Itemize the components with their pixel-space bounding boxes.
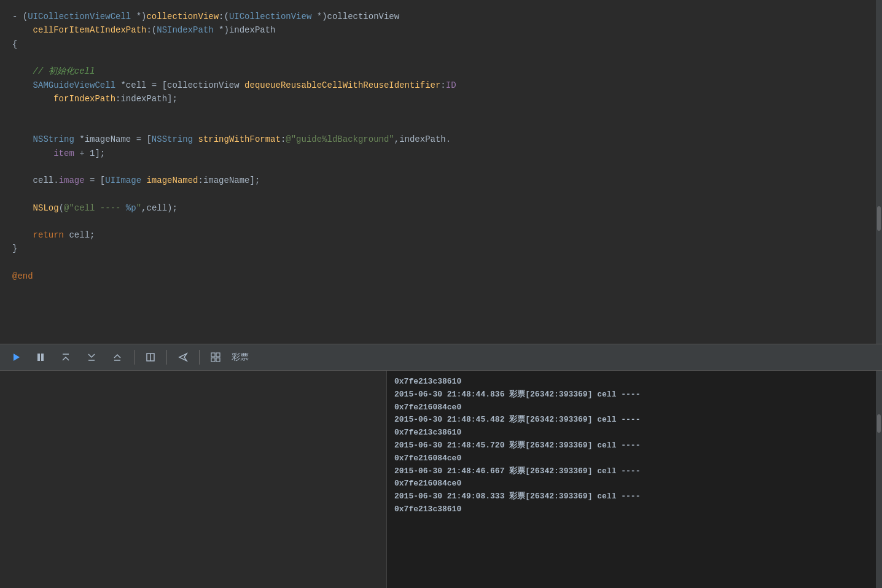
svg-rect-5 <box>211 353 215 357</box>
debug-toolbar: 彩票 <box>0 344 882 371</box>
svg-rect-6 <box>216 353 220 357</box>
toolbar-separator-1 <box>134 350 135 365</box>
svg-rect-7 <box>211 358 215 362</box>
code-line-18: } <box>12 242 870 255</box>
code-line-3: { <box>12 37 870 51</box>
code-line-16 <box>12 215 870 228</box>
step-into-button[interactable] <box>82 349 101 365</box>
run-button[interactable] <box>7 350 25 365</box>
toolbar-separator-3 <box>199 350 200 365</box>
code-line-19 <box>12 256 870 269</box>
code-line-4 <box>12 51 870 64</box>
svg-rect-2 <box>41 354 44 361</box>
console-line-7: 0x7fe216084ce0 <box>394 452 875 465</box>
console-line-1: 0x7fe213c38610 <box>394 376 875 389</box>
code-line-10: NSString *imageName = [NSString stringWi… <box>12 133 870 146</box>
grid-button[interactable] <box>207 350 224 365</box>
code-line-9 <box>12 119 870 133</box>
code-line-13: cell.image = [UIImage imageNamed:imageNa… <box>12 174 870 187</box>
console-scrollbar-thumb[interactable] <box>877 414 881 433</box>
console-scrollbar[interactable] <box>876 371 882 588</box>
code-line-6: SAMGuideViewCell *cell = [collectionView… <box>12 79 870 92</box>
code-line-20: @end <box>12 269 870 283</box>
console-line-11: 0x7fe213c38610 <box>394 503 875 516</box>
code-line-11: item + 1]; <box>12 147 870 160</box>
console-line-8: 2015-06-30 21:48:46.667 彩票[26342:393369]… <box>394 465 875 478</box>
console-area: 0x7fe213c38610 2015-06-30 21:48:44.836 彩… <box>0 371 882 588</box>
code-line-2: cellForItemAtIndexPath:(NSIndexPath *)in… <box>12 23 870 37</box>
console-line-4: 2015-06-30 21:48:45.482 彩票[26342:393369]… <box>394 414 875 427</box>
view-toggle-button[interactable] <box>142 350 159 365</box>
pause-button[interactable] <box>32 350 49 365</box>
app-name-label: 彩票 <box>232 352 249 363</box>
console-left-panel <box>0 371 387 588</box>
svg-rect-8 <box>216 358 220 362</box>
code-line-12 <box>12 160 870 174</box>
code-line-5: // 初始化cell <box>12 64 870 78</box>
editor-scrollbar-thumb[interactable] <box>877 206 881 231</box>
code-line-17: return cell; <box>12 228 870 242</box>
toolbar-separator-2 <box>166 350 167 365</box>
svg-rect-1 <box>37 354 40 361</box>
console-line-9: 0x7fe216084ce0 <box>394 478 875 490</box>
code-line-15: NSLog(@"cell ---- %p",cell); <box>12 201 870 215</box>
code-line-8 <box>12 106 870 119</box>
code-line-1: - (UICollectionViewCell *)collectionView… <box>12 10 870 23</box>
editor-scrollbar[interactable] <box>876 0 882 344</box>
console-output: 0x7fe213c38610 2015-06-30 21:48:44.836 彩… <box>387 371 882 588</box>
console-line-3: 0x7fe216084ce0 <box>394 401 875 414</box>
console-line-2: 2015-06-30 21:48:44.836 彩票[26342:393369]… <box>394 389 875 401</box>
console-line-10: 2015-06-30 21:49:08.333 彩票[26342:393369]… <box>394 490 875 503</box>
step-over-button[interactable] <box>57 349 75 365</box>
location-button[interactable] <box>174 350 192 365</box>
code-line-14 <box>12 188 870 201</box>
console-line-5: 0x7fe213c38610 <box>394 427 875 439</box>
step-out-button[interactable] <box>108 349 127 365</box>
code-editor: - (UICollectionViewCell *)collectionView… <box>0 0 882 344</box>
console-line-6: 2015-06-30 21:48:45.720 彩票[26342:393369]… <box>394 439 875 452</box>
svg-marker-0 <box>14 354 20 361</box>
code-line-7: forIndexPath:indexPath]; <box>12 92 870 106</box>
